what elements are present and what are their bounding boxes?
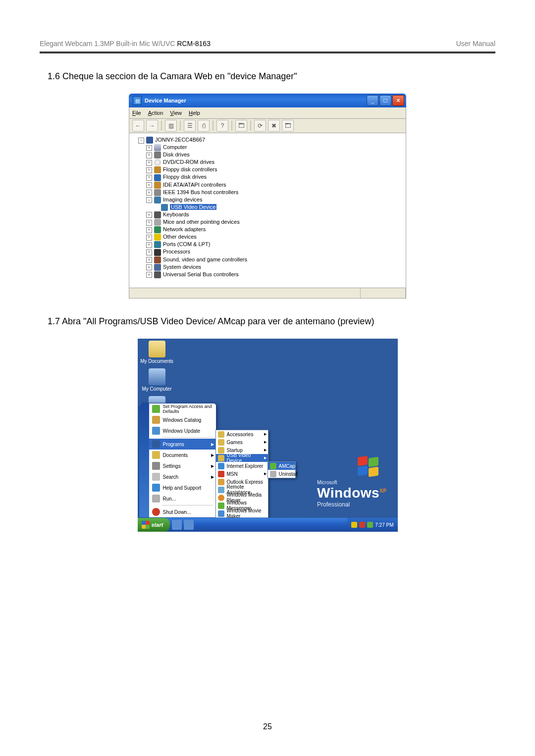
expand-icon[interactable]: + xyxy=(146,182,152,188)
back-button[interactable]: ← xyxy=(132,120,144,132)
expand-icon[interactable]: + xyxy=(146,212,152,218)
dm-tree[interactable]: −JONNY-2ECC4B667 +Computer +Disk drives … xyxy=(129,133,406,288)
floppy-controller-icon xyxy=(154,166,161,173)
minimize-button[interactable]: _ xyxy=(367,95,378,106)
expand-icon[interactable]: + xyxy=(146,264,152,270)
disk-icon xyxy=(154,151,161,158)
windows-flag-icon xyxy=(358,456,380,477)
expand-icon[interactable]: + xyxy=(146,152,152,158)
sm-programs[interactable]: Programs▶ xyxy=(149,439,216,450)
tree-1394[interactable]: +IEEE 1394 Bus host controllers xyxy=(146,189,404,196)
expand-icon[interactable]: + xyxy=(146,250,152,255)
sm-catalog[interactable]: Windows Catalog xyxy=(149,414,216,425)
taskbar-clock[interactable]: 7:27 PM xyxy=(375,522,393,528)
scan-button[interactable]: 🗔 xyxy=(235,120,247,132)
expand-icon[interactable]: + xyxy=(146,175,152,181)
start-button[interactable]: start xyxy=(138,518,170,532)
desktop-my-documents[interactable]: My Documents xyxy=(140,341,174,364)
sm-search[interactable]: Search▶ xyxy=(149,471,216,482)
menu-view[interactable]: ViewView xyxy=(170,110,182,116)
expand-icon[interactable]: + xyxy=(146,272,152,278)
section-1-6-heading: 1.6 Cheque la seccion de la Camara Web e… xyxy=(48,71,495,82)
expand-icon[interactable]: + xyxy=(146,242,152,248)
product-prefix: Elegant Webcam 1.3MP Built-in Mic W/UVC xyxy=(40,40,177,48)
pm-msn[interactable]: MSN▶ xyxy=(216,470,268,478)
sm-update[interactable]: Windows Update xyxy=(149,425,216,436)
tree-dvd[interactable]: +DVD/CD-ROM drives xyxy=(146,158,404,166)
mouse-icon xyxy=(154,219,161,226)
help-button[interactable]: ? xyxy=(216,120,228,132)
folder-icon xyxy=(218,431,224,438)
tree-network[interactable]: +Network adapters xyxy=(146,226,404,233)
tray-alert-icon[interactable] xyxy=(351,522,357,528)
menu-help[interactable]: HelpHelp xyxy=(189,110,200,116)
wmp-icon xyxy=(218,495,224,501)
folder-icon xyxy=(218,447,224,454)
collapse-icon[interactable]: − xyxy=(138,138,144,144)
tree-usb-video-device[interactable]: USB Video Device xyxy=(154,203,404,211)
expand-icon[interactable]: + xyxy=(146,145,152,151)
toolbar-btn-6[interactable]: ⟳ xyxy=(254,120,266,132)
sm-spad[interactable]: Set Program Access and Defaults xyxy=(149,403,216,414)
tree-mice[interactable]: +Mice and other pointing devices xyxy=(146,218,404,226)
tree-sound[interactable]: +Sound, video and game controllers xyxy=(146,256,404,263)
desktop-my-computer[interactable]: My Computer xyxy=(140,368,174,392)
tree-other[interactable]: +Other devices xyxy=(146,233,404,241)
expand-icon[interactable]: + xyxy=(146,227,152,233)
toolbar-btn-1[interactable]: ▥ xyxy=(165,120,177,132)
quicklaunch-1[interactable] xyxy=(172,520,182,530)
tree-ports[interactable]: +Ports (COM & LPT) xyxy=(146,241,404,248)
tree-system[interactable]: +System devices xyxy=(146,263,404,271)
expand-icon[interactable]: + xyxy=(146,190,152,196)
usb-amcap[interactable]: AMCap xyxy=(268,462,295,470)
usb-uninstall[interactable]: Uninstall xyxy=(268,470,295,478)
tree-computer[interactable]: +Computer xyxy=(146,144,404,151)
expand-icon[interactable]: + xyxy=(146,160,152,166)
close-button[interactable]: × xyxy=(392,95,404,106)
system-icon xyxy=(154,264,161,271)
tree-fdc[interactable]: +Floppy disk controllers xyxy=(146,166,404,173)
sm-documents[interactable]: Documents▶ xyxy=(149,450,216,460)
tree-fd[interactable]: +Floppy disk drives xyxy=(146,173,404,181)
startmenu-screenshot: My Documents My Computer My Network Plac… xyxy=(138,339,398,532)
forward-button[interactable]: → xyxy=(146,120,158,132)
tree-ide[interactable]: +IDE ATA/ATAPI controllers xyxy=(146,181,404,189)
quicklaunch-2[interactable] xyxy=(184,520,194,530)
ie-icon xyxy=(218,463,224,469)
pm-games[interactable]: Games▶ xyxy=(216,438,268,446)
tray-icon-3[interactable] xyxy=(367,522,373,528)
expand-icon[interactable]: + xyxy=(146,257,152,263)
properties-button[interactable]: ☰ xyxy=(184,120,196,132)
tree-usb[interactable]: +Universal Serial Bus controllers xyxy=(146,271,404,278)
dm-titlebar[interactable]: ▤ Device Manager _ □ × xyxy=(129,94,406,107)
page-number: 25 xyxy=(0,722,535,731)
sm-shutdown[interactable]: Shut Down... xyxy=(149,506,216,517)
tree-keyboards[interactable]: +Keyboards xyxy=(146,211,404,218)
submenu-arrow-icon: ▶ xyxy=(211,475,214,479)
amcap-icon xyxy=(270,463,276,469)
tray-icon-2[interactable] xyxy=(359,522,365,528)
expand-icon[interactable]: + xyxy=(146,235,152,241)
pm-usb-video[interactable]: USB Video Device▶ xyxy=(216,454,268,462)
pm-moviemaker[interactable]: Windows Movie Maker xyxy=(216,509,268,517)
maximize-button[interactable]: □ xyxy=(379,95,391,106)
print-button[interactable]: ⎙ xyxy=(198,120,210,132)
sm-run[interactable]: Run... xyxy=(149,493,216,504)
menu-action[interactable]: ActionAction xyxy=(148,110,163,116)
tree-processors[interactable]: +Processors xyxy=(146,248,404,255)
cd-icon xyxy=(154,159,161,166)
tree-imaging[interactable]: −Imaging devices USB Video Device xyxy=(146,196,404,211)
expand-icon[interactable]: + xyxy=(146,167,152,173)
sm-settings[interactable]: Settings▶ xyxy=(149,460,216,471)
toolbar-btn-7[interactable]: ✖ xyxy=(268,120,280,132)
tree-disk-drives[interactable]: +Disk drives xyxy=(146,151,404,158)
uninstall-icon xyxy=(270,471,276,477)
tree-root[interactable]: −JONNY-2ECC4B667 +Computer +Disk drives … xyxy=(138,136,404,278)
menu-file[interactable]: FFileile xyxy=(132,110,141,116)
pm-accessories[interactable]: Accessories▶ xyxy=(216,430,268,438)
expand-icon[interactable]: + xyxy=(146,220,152,226)
toolbar-btn-8[interactable]: 🗔 xyxy=(282,120,294,132)
pm-ie[interactable]: Internet Explorer xyxy=(216,462,268,470)
sm-help[interactable]: Help and Support xyxy=(149,482,216,493)
collapse-icon[interactable]: − xyxy=(146,197,152,203)
